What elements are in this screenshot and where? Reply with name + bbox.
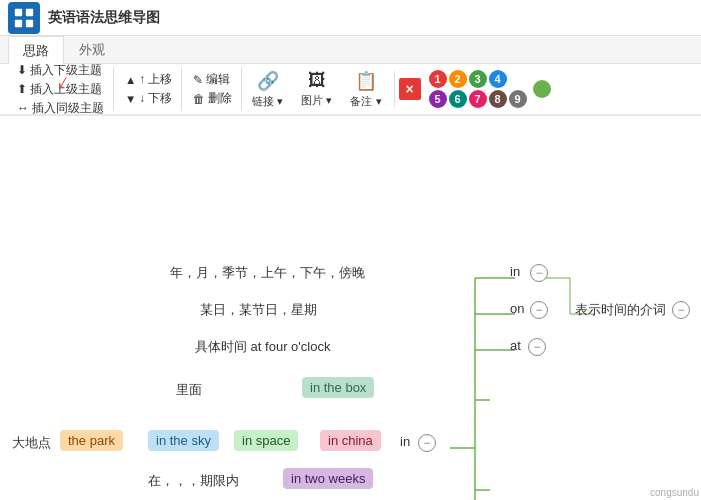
badge-4[interactable]: 4	[489, 70, 507, 88]
collapse-in-btn[interactable]: −	[530, 264, 548, 282]
badge-2[interactable]: 2	[449, 70, 467, 88]
note-button[interactable]: 📋 备注 ▾	[342, 67, 389, 111]
badge-9[interactable]: 9	[509, 90, 527, 108]
close-button[interactable]: ×	[399, 78, 421, 100]
insert-child-icon: ⬇	[17, 63, 27, 77]
move-up-icon: ▲	[125, 74, 136, 86]
collapse-time-preposition-btn[interactable]: −	[672, 301, 690, 319]
collapse-at-btn[interactable]: −	[528, 338, 546, 356]
in-the-sky-node[interactable]: in the sky	[148, 430, 219, 451]
tab-silu[interactable]: 思路	[8, 36, 64, 64]
time-on-label: 某日，某节日，星期	[200, 301, 317, 319]
move-down-icon: ▼	[125, 93, 136, 105]
link-icon: 🔗	[257, 70, 279, 92]
badge-5[interactable]: 5	[429, 90, 447, 108]
app-icon	[8, 2, 40, 34]
time-in-label: 年，月，季节，上午，下午，傍晚	[170, 264, 365, 282]
delete-icon: 🗑	[193, 93, 205, 105]
insert-sibling-button[interactable]: ↔ 插入同级主题	[14, 100, 107, 117]
svg-rect-1	[26, 8, 33, 15]
mindmap-canvas: 年，月，季节，上午，下午，傍晚 in − 某日，某节日，星期 on − 表示时间…	[0, 116, 701, 500]
in-china-node[interactable]: in china	[320, 430, 381, 451]
move-down-button[interactable]: ▼ ↓ 下移	[122, 90, 175, 107]
note-icon: 📋	[355, 70, 377, 92]
svg-rect-2	[15, 19, 22, 26]
at-label: at	[510, 338, 521, 353]
in-two-weeks-node[interactable]: in two weeks	[283, 468, 373, 489]
app-title: 英语语法思维导图	[48, 9, 160, 27]
tab-bar: 思路 外观	[0, 36, 701, 64]
inside-label: 里面	[176, 381, 202, 399]
on-label-1: on	[510, 301, 524, 316]
badge-3[interactable]: 3	[469, 70, 487, 88]
number-badges: 1 2 3 4 5 6 7 8 9	[429, 70, 527, 108]
title-bar: 英语语法思维导图	[0, 0, 701, 36]
insert-sibling-icon: ↔	[17, 101, 29, 115]
in-the-box-node[interactable]: in the box	[302, 377, 374, 398]
delete-button[interactable]: 🗑 删除	[190, 90, 235, 107]
svg-rect-0	[15, 8, 22, 15]
green-indicator[interactable]	[533, 80, 551, 98]
the-park-node[interactable]: the park	[60, 430, 123, 451]
image-button[interactable]: 🖼 图片 ▾	[293, 67, 340, 111]
edit-icon: ✎	[193, 73, 203, 87]
big-place-label: 大地点	[12, 434, 51, 452]
badge-6[interactable]: 6	[449, 90, 467, 108]
toolbar-separator	[394, 71, 395, 107]
toolbar: ↓ ⬇ 插入下级主题 ⬆ 插入上级主题 ↔ 插入同级主题 ▲ ↑ 上移 ▼ ↓ …	[0, 64, 701, 116]
edit-delete-group: ✎ 编辑 🗑 删除	[184, 67, 242, 111]
move-group: ▲ ↑ 上移 ▼ ↓ 下移	[116, 67, 182, 111]
edit-button[interactable]: ✎ 编辑	[190, 71, 233, 88]
badge-7[interactable]: 7	[469, 90, 487, 108]
tab-waiguan[interactable]: 外观	[64, 36, 120, 63]
time-at-label: 具体时间 at four o'clock	[195, 338, 330, 356]
image-icon: 🖼	[308, 70, 326, 91]
in-label-1: in	[510, 264, 520, 279]
watermark: congsundu	[650, 487, 699, 498]
in-space-node[interactable]: in space	[234, 430, 298, 451]
in-label-2: in	[400, 434, 410, 449]
insert-parent-icon: ⬆	[17, 82, 27, 96]
badge-8[interactable]: 8	[489, 90, 507, 108]
link-button[interactable]: 🔗 链接 ▾	[244, 67, 291, 111]
time-preposition-label: 表示时间的介词	[575, 301, 666, 319]
collapse-on-btn[interactable]: −	[530, 301, 548, 319]
move-up-button[interactable]: ▲ ↑ 上移	[122, 71, 175, 88]
collapse-in2-btn[interactable]: −	[418, 434, 436, 452]
period-label: 在，，，期限内	[148, 472, 239, 490]
svg-rect-3	[26, 19, 33, 26]
badge-1[interactable]: 1	[429, 70, 447, 88]
